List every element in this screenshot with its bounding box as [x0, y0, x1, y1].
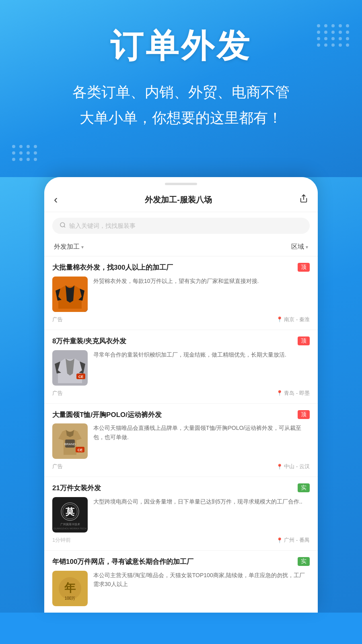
tag-shi: 实 [298, 557, 310, 566]
listing-desc: 外贸棉衣外发，每款10万件以上，望有实力的厂家和监狱直接对接. [93, 277, 259, 285]
location-pin-icon: 📍 [276, 390, 283, 396]
tag-shi: 实 [298, 483, 310, 492]
phone-notch [165, 183, 197, 185]
listing-footer: 广告 📍青岛 - 即墨 [52, 390, 310, 397]
svg-text:GUANGZHOU MORIKA TECH: GUANGZHOU MORIKA TECH [53, 527, 86, 530]
svg-text:广州莫雨卡技术: 广州莫雨卡技术 [60, 523, 80, 526]
hero-subtitle-line1: 各类订单、内销、外贸、电商不管 [24, 80, 338, 104]
tag-ding: 顶 [298, 263, 310, 272]
listing-image: 莫 广州莫雨卡技术 GUANGZHOU MORIKA TECH [52, 497, 88, 533]
listing-header: 大批量棉衣外发，找300人以上的加工厂 顶 [52, 263, 310, 272]
listing-footer: 广告 📍中山 - 云汉 [52, 463, 310, 470]
listing-header: 8万件童装/夹克风衣外发 顶 [52, 336, 310, 346]
listing-footer: 广告 📍南京 - 秦淮 [52, 316, 310, 323]
listing-image: CE [52, 350, 88, 386]
tag-ding: 顶 [298, 336, 310, 345]
svg-text:100万: 100万 [65, 596, 76, 601]
listing-location: 📍中山 - 云汉 [276, 463, 310, 470]
filter-region-label: 区域 [291, 243, 304, 251]
listing-title: 大量圆领T恤/开胸POLO/运动裤外发 [52, 410, 294, 420]
search-placeholder-text: 输入关键词，找找服装事 [69, 222, 136, 230]
back-button[interactable]: ‹ [54, 193, 58, 206]
listing-title: 年销100万件网店，寻有诚意长期合作的加工厂 [52, 557, 294, 567]
search-bar[interactable]: 输入关键词，找找服装事 [52, 218, 310, 234]
listing-desc: 大型跨境电商公司，因业务量增，日下单量已达到5万件，现寻求规模大的工厂合作.. [93, 497, 302, 506]
search-icon [60, 222, 66, 230]
svg-text:BRAND: BRAND [64, 442, 76, 446]
listing-desc: 本公司主营天猫/淘宝/唯品会，天猫女装TOP100商家,陆续做，单庄应急的勿扰，… [93, 571, 310, 589]
filter-category-arrow: ▾ [81, 244, 84, 250]
phone-frame: ‹ 外发加工-服装八场 输入关键词，找找服装事 [44, 177, 318, 613]
listing-location: 📍广州 - 番禺 [276, 537, 310, 544]
listing-title: 21万件女装外发 [52, 483, 294, 493]
share-button[interactable] [299, 194, 308, 205]
list-item[interactable]: 年销100万件网店，寻有诚意长期合作的加工厂 实 年 100万 [44, 551, 318, 613]
listing-image [52, 277, 88, 312]
location-pin-icon: 📍 [276, 316, 283, 322]
listing-body: CE 寻常年合作的童装针织梭织加工厂，现金结账，做工精细优先，长期大量放活. [52, 350, 310, 386]
listing-desc: 本公司天猫唯品会直播线上品牌单，大量圆领T恤/开胸POLO/运动裤外发，可从裁至… [93, 423, 310, 442]
listing-title: 大批量棉衣外发，找300人以上的加工厂 [52, 263, 294, 272]
app-header: ‹ 外发加工-服装八场 [44, 188, 318, 212]
svg-text:CE: CE [78, 375, 84, 379]
listing-header: 年销100万件网店，寻有诚意长期合作的加工厂 实 [52, 557, 310, 567]
phone-mockup-wrapper: ‹ 外发加工-服装八场 输入关键词，找找服装事 [0, 177, 362, 613]
list-item[interactable]: 21万件女装外发 实 莫 广州莫雨卡技术 [44, 477, 318, 551]
filter-region[interactable]: 区域 ▾ [291, 243, 308, 251]
hero-title: 订单外发 [24, 24, 338, 68]
listing-location: 📍青岛 - 即墨 [276, 390, 310, 397]
listing-location: 📍南京 - 秦淮 [276, 316, 310, 323]
listing-footer: 1分钟前 📍广州 - 番禺 [52, 537, 310, 544]
listing-list: 大批量棉衣外发，找300人以上的加工厂 顶 [44, 256, 318, 613]
svg-text:CE: CE [78, 448, 83, 452]
tag-ding: 顶 [298, 410, 310, 419]
list-item[interactable]: 大量圆领T恤/开胸POLO/运动裤外发 顶 BRAND [44, 404, 318, 477]
location-pin-icon: 📍 [276, 537, 283, 543]
listing-ad-label: 广告 [52, 390, 63, 397]
svg-text:莫: 莫 [66, 507, 75, 517]
listing-desc: 寻常年合作的童装针织梭织加工厂，现金结账，做工精细优先，长期大量放活. [93, 350, 286, 359]
dots-decoration-bottom [12, 145, 38, 161]
listing-ad-label: 广告 [52, 316, 63, 323]
phone-notch-bar [44, 177, 318, 188]
app-header-title: 外发加工-服装八场 [145, 194, 212, 205]
listing-title: 8万件童装/夹克风衣外发 [52, 336, 294, 346]
listing-image: BRAND CE [52, 423, 88, 459]
listing-time: 1分钟前 [52, 537, 71, 544]
list-item[interactable]: 8万件童装/夹克风衣外发 顶 [44, 330, 318, 404]
svg-text:年: 年 [64, 582, 76, 594]
filter-region-arrow: ▾ [306, 244, 308, 250]
filter-category[interactable]: 外发加工 ▾ [54, 243, 84, 251]
listing-body: 莫 广州莫雨卡技术 GUANGZHOU MORIKA TECH 大型跨境电商公司… [52, 497, 310, 533]
svg-line-2 [64, 226, 65, 227]
listing-image: 年 100万 [52, 571, 88, 606]
filter-category-label: 外发加工 [54, 243, 80, 251]
location-pin-icon: 📍 [276, 464, 283, 470]
hero-subtitle-line2: 大单小单，你想要的这里都有！ [24, 106, 338, 130]
listing-body: 年 100万 本公司主营天猫/淘宝/唯品会，天猫女装TOP100商家,陆续做，单… [52, 571, 310, 606]
hero-section: 订单外发 各类订单、内销、外贸、电商不管 大单小单，你想要的这里都有！ [0, 0, 362, 177]
listing-body: 外贸棉衣外发，每款10万件以上，望有实力的厂家和监狱直接对接. [52, 277, 310, 312]
list-item[interactable]: 大批量棉衣外发，找300人以上的加工厂 顶 [44, 256, 318, 330]
listing-header: 大量圆领T恤/开胸POLO/运动裤外发 顶 [52, 410, 310, 420]
listing-ad-label: 广告 [52, 463, 63, 470]
svg-point-1 [60, 223, 65, 227]
dots-decoration-top [317, 24, 350, 47]
filter-bar: 外发加工 ▾ 区域 ▾ [44, 239, 318, 256]
listing-header: 21万件女装外发 实 [52, 483, 310, 493]
listing-body: BRAND CE 本公司天猫唯品会直播线上品牌单，大量圆领T恤/开胸POLO/运… [52, 423, 310, 459]
